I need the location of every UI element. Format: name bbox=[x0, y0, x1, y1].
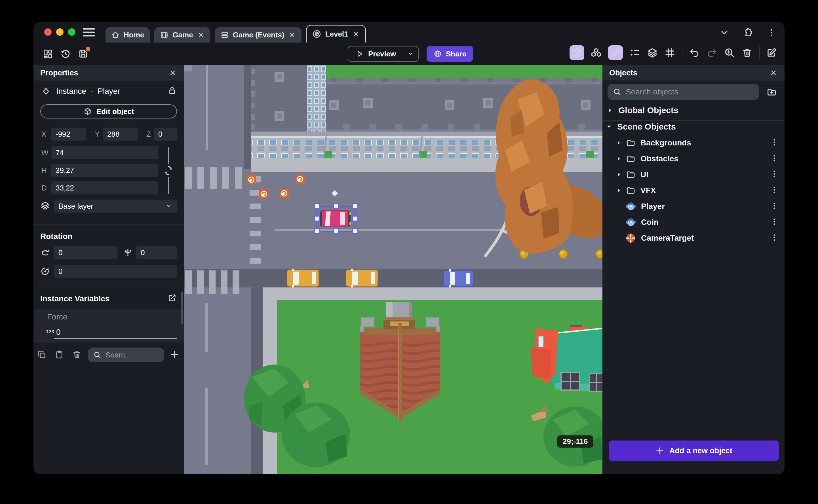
z-label: Z bbox=[146, 130, 151, 139]
history-icon[interactable] bbox=[60, 48, 71, 59]
objects-panel: Objects Search objects Global Objects bbox=[603, 65, 785, 474]
properties-title: Properties bbox=[40, 69, 78, 77]
share-button[interactable]: Share bbox=[427, 46, 473, 62]
share-label: Share bbox=[446, 50, 466, 58]
folder-menu-icon[interactable] bbox=[770, 185, 779, 194]
folder-menu-icon[interactable] bbox=[770, 138, 779, 147]
edit-scene-icon[interactable] bbox=[766, 47, 777, 58]
close-panel-icon[interactable] bbox=[769, 69, 778, 77]
tab-home-label: Home bbox=[124, 31, 144, 39]
unsaved-dot bbox=[86, 47, 90, 51]
delete-variable-icon[interactable] bbox=[72, 350, 82, 359]
rotate-x-icon bbox=[40, 247, 50, 258]
folder-obstacles[interactable]: Obstacles bbox=[616, 154, 679, 164]
rotate-z-icon bbox=[40, 266, 50, 277]
yellow-car[interactable] bbox=[346, 269, 378, 287]
h-label: H bbox=[41, 166, 47, 175]
hamburger-menu-icon[interactable] bbox=[83, 28, 95, 37]
folder-vfx[interactable]: VFX bbox=[616, 185, 656, 196]
tab-game[interactable]: Game bbox=[154, 27, 210, 43]
object-menu-icon[interactable] bbox=[770, 217, 779, 226]
extensions-puzzle-icon[interactable] bbox=[743, 27, 753, 38]
object-menu-icon[interactable] bbox=[770, 201, 779, 210]
open-variables-icon[interactable] bbox=[167, 293, 177, 303]
delete-icon[interactable] bbox=[741, 47, 753, 58]
more-options-icon[interactable] bbox=[766, 27, 777, 38]
layer-select[interactable]: Base layer bbox=[54, 200, 177, 213]
grid-icon[interactable] bbox=[664, 47, 676, 58]
add-variable-icon[interactable] bbox=[170, 350, 179, 359]
tab-home[interactable]: Home bbox=[105, 27, 150, 43]
object-player[interactable]: Player bbox=[625, 201, 665, 212]
play-icon bbox=[355, 49, 364, 58]
yellow-car[interactable] bbox=[287, 269, 319, 287]
layers-icon[interactable] bbox=[647, 47, 658, 58]
zoom-in-icon[interactable] bbox=[724, 47, 735, 58]
instance-variables-title: Instance Variables bbox=[40, 294, 109, 303]
close-window-button[interactable] bbox=[44, 28, 52, 36]
scrollbar-thumb[interactable] bbox=[181, 292, 183, 324]
close-panel-icon[interactable] bbox=[168, 69, 177, 77]
rotation-z-input[interactable]: 0 bbox=[54, 265, 177, 278]
objects-title: Objects bbox=[609, 69, 637, 77]
edit-mode-toggle[interactable] bbox=[608, 45, 623, 60]
redo-icon[interactable] bbox=[706, 47, 718, 58]
objects-search-input[interactable]: Search objects bbox=[608, 84, 759, 100]
variable-value[interactable]: 0 bbox=[56, 328, 61, 337]
tab-game-events-label: Game (Events) bbox=[233, 31, 284, 39]
folder-ui[interactable]: UI bbox=[616, 170, 648, 180]
scene-viewport bbox=[184, 65, 603, 474]
save-icon[interactable] bbox=[78, 48, 88, 59]
chevron-down-icon[interactable] bbox=[719, 27, 730, 38]
z-input[interactable]: 0 bbox=[154, 128, 177, 141]
h-input[interactable]: 39,27 bbox=[51, 164, 158, 177]
road-dark-lane bbox=[184, 269, 603, 287]
object-coin[interactable]: Coin bbox=[625, 217, 659, 228]
view-3d-toggle[interactable] bbox=[570, 45, 584, 60]
variable-row[interactable]: Force 123 0 bbox=[33, 309, 184, 343]
rotation-x-input[interactable]: 0 bbox=[54, 246, 117, 259]
copy-variable-icon[interactable] bbox=[37, 350, 46, 359]
objects-3d-icon[interactable] bbox=[591, 47, 602, 58]
blue-car[interactable] bbox=[444, 269, 473, 287]
undo-icon[interactable] bbox=[689, 47, 700, 58]
w-input[interactable]: 74 bbox=[51, 146, 158, 159]
preview-button[interactable]: Preview bbox=[348, 46, 419, 62]
group-scene-objects[interactable]: Scene Objects bbox=[605, 122, 676, 132]
group-global-objects[interactable]: Global Objects bbox=[606, 105, 679, 115]
edit-object-button[interactable]: Edit object bbox=[40, 104, 177, 118]
scene-canvas[interactable]: 29;-116 bbox=[184, 65, 603, 474]
d-input[interactable]: 33,22 bbox=[51, 181, 158, 194]
layout-panels-icon[interactable] bbox=[43, 48, 53, 59]
y-input[interactable]: 288 bbox=[103, 128, 138, 141]
close-tab-icon[interactable] bbox=[197, 31, 204, 39]
instances-list-icon[interactable] bbox=[629, 47, 641, 58]
w-label: W bbox=[41, 149, 48, 157]
folder-backgrounds[interactable]: Backgrounds bbox=[616, 138, 691, 148]
d-label: D bbox=[41, 184, 47, 192]
preview-options-chevron[interactable] bbox=[403, 46, 418, 61]
maximize-window-button[interactable] bbox=[68, 28, 75, 36]
variables-search-placeholder: Searc... bbox=[105, 351, 131, 359]
x-input[interactable]: -992 bbox=[51, 128, 86, 141]
link-dimensions-icon[interactable] bbox=[163, 146, 174, 195]
rotation-y-input[interactable]: 0 bbox=[136, 246, 177, 259]
paste-variable-icon[interactable] bbox=[54, 350, 64, 359]
unlock-icon[interactable] bbox=[167, 86, 177, 95]
add-folder-icon[interactable] bbox=[766, 87, 777, 98]
tab-level1-label: Level1 bbox=[325, 30, 348, 39]
variables-search-input[interactable]: Searc... bbox=[88, 348, 164, 362]
object-cameratarget[interactable]: CameraTarget bbox=[625, 232, 694, 244]
tab-game-label: Game bbox=[172, 31, 193, 39]
tab-game-events[interactable]: Game (Events) bbox=[215, 27, 301, 43]
globe-icon bbox=[434, 50, 442, 58]
tab-bar: Home Game Game (Events) Level1 bbox=[105, 25, 366, 43]
minimize-window-button[interactable] bbox=[56, 28, 64, 36]
properties-panel: Properties Instance - Player Edit object… bbox=[33, 65, 184, 474]
folder-menu-icon[interactable] bbox=[770, 154, 779, 163]
object-menu-icon[interactable] bbox=[770, 233, 779, 242]
close-tab-icon[interactable] bbox=[288, 31, 296, 39]
folder-menu-icon[interactable] bbox=[770, 170, 779, 179]
instance-diamond-icon bbox=[41, 87, 50, 96]
add-new-object-button[interactable]: Add a new object bbox=[609, 441, 779, 461]
